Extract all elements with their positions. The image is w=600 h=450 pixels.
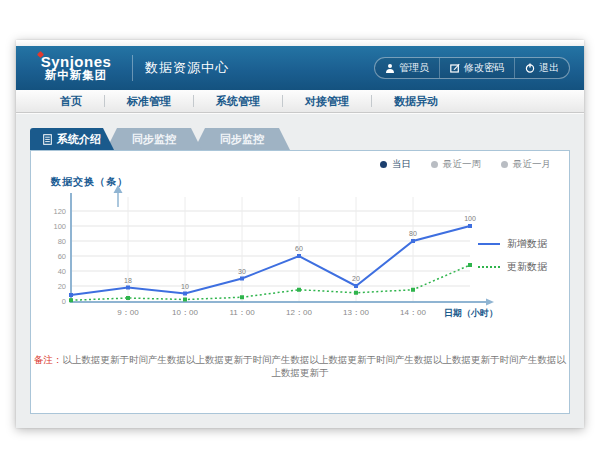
time-range-filters: 当日 最近一周 最近一月 [380,158,551,171]
filter-last-week-label: 最近一周 [443,158,481,171]
svg-text:20: 20 [58,282,66,291]
content-area: 系统介绍 同步监控 同步监控 当日 最近一周 [16,113,584,427]
dotted-line-swatch-icon [478,266,500,268]
tab-sync-monitor-2[interactable]: 同步监控 [194,128,290,150]
legend-new-data-label: 新增数据 [507,237,547,251]
filter-last-week[interactable]: 最近一周 [431,158,481,171]
admin-user-label: 管理员 [399,61,429,75]
svg-text:100: 100 [53,222,66,231]
legend-update-data[interactable]: 更新数据 [478,260,547,274]
footnote-text: 以上数据更新于时间产生数据以上数据更新于时间产生数据以上数据更新于时间产生数据以… [63,354,567,378]
svg-text:11：00: 11：00 [229,308,255,317]
nav-item-system-mgmt[interactable]: 系统管理 [194,94,282,109]
svg-text:12：00: 12：00 [286,308,312,317]
filter-today-label: 当日 [392,158,411,171]
chart-panel: 当日 最近一周 最近一月 数据交换（条） 0204060801001209：00… [30,150,570,414]
tab-sync-monitor-1[interactable]: 同步监控 [106,128,202,150]
radio-selected-icon [380,161,387,168]
tab-sync-monitor-2-label: 同步监控 [220,132,264,147]
main-nav: 首页 标准管理 系统管理 对接管理 数据异动 [16,90,584,113]
svg-text:80: 80 [409,230,417,237]
svg-text:100: 100 [464,215,476,222]
radio-unselected-icon [501,161,508,168]
nav-item-standard-mgmt[interactable]: 标准管理 [105,94,193,109]
tab-sync-monitor-1-label: 同步监控 [132,132,176,147]
svg-text:18: 18 [124,277,132,284]
svg-text:13：00: 13：00 [343,308,369,317]
svg-text:60: 60 [58,252,66,261]
filter-last-month-label: 最近一月 [513,158,551,171]
nav-item-home[interactable]: 首页 [38,94,104,109]
logout-button[interactable]: 退出 [514,58,569,78]
document-icon [43,134,52,145]
svg-text:40: 40 [58,267,66,276]
power-icon [525,63,535,73]
legend-update-data-label: 更新数据 [507,260,547,274]
svg-text:10: 10 [181,283,189,290]
radio-unselected-icon [431,161,438,168]
company-logo: Synjones 新中新集团 [32,54,120,82]
svg-text:20: 20 [352,275,360,282]
edit-icon [450,63,460,73]
change-password-label: 修改密码 [464,61,504,75]
app-window: Synjones 新中新集团 数据资源中心 管理员 修改密码 [16,40,584,428]
page-title: 数据资源中心 [145,59,229,77]
footnote-prefix: 备注： [34,354,63,365]
svg-text:30: 30 [238,268,246,275]
svg-text:9：00: 9：00 [117,308,139,317]
svg-text:0: 0 [62,297,66,306]
filter-today[interactable]: 当日 [380,158,411,171]
user-icon [385,63,395,73]
tab-system-intro[interactable]: 系统介绍 [30,128,114,150]
logo-company-name: 新中新集团 [32,69,120,82]
nav-item-interface-mgmt[interactable]: 对接管理 [283,94,371,109]
footnote: 备注：以上数据更新于时间产生数据以上数据更新于时间产生数据以上数据更新于时间产生… [31,354,569,380]
chart-legend: 新增数据 更新数据 [478,237,547,274]
filter-last-month[interactable]: 最近一月 [501,158,551,171]
svg-text:14：00: 14：00 [400,308,426,317]
nav-item-data-change[interactable]: 数据异动 [372,94,460,109]
app-header: Synjones 新中新集团 数据资源中心 管理员 修改密码 [16,46,584,90]
svg-text:120: 120 [53,207,66,216]
line-chart: 0204060801001209：0010：0011：0012：0013：001… [41,181,521,343]
change-password-button[interactable]: 修改密码 [439,58,514,78]
header-divider [132,55,133,81]
svg-text:日期（小时）: 日期（小时） [444,308,498,318]
user-menu: 管理员 修改密码 退出 [374,57,570,79]
svg-text:80: 80 [58,237,66,246]
tab-system-intro-label: 系统介绍 [57,132,101,147]
tab-bar: 系统介绍 同步监控 同步监控 [30,128,290,150]
logout-label: 退出 [539,61,559,75]
admin-user-button[interactable]: 管理员 [375,58,439,78]
logo-brand-text: Synjones [32,54,120,69]
svg-text:10：00: 10：00 [172,308,198,317]
solid-line-swatch-icon [478,243,500,245]
legend-new-data[interactable]: 新增数据 [478,237,547,251]
svg-text:60: 60 [295,245,303,252]
